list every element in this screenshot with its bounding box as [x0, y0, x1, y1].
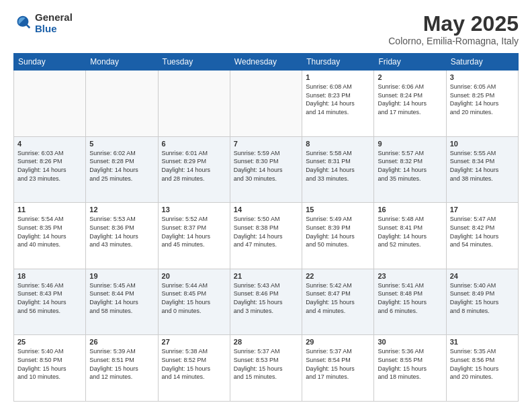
day-info: Sunrise: 6:03 AMSunset: 8:26 PMDaylight:… [17, 149, 82, 183]
calendar-cell [14, 71, 86, 137]
day-number: 29 [306, 338, 370, 346]
calendar-cell: 15Sunrise: 5:49 AMSunset: 8:39 PMDayligh… [302, 203, 374, 269]
day-info: Sunrise: 5:47 AMSunset: 8:42 PMDaylight:… [450, 215, 515, 248]
day-info: Sunrise: 5:45 AMSunset: 8:44 PMDaylight:… [89, 281, 154, 315]
day-info: Sunrise: 5:54 AMSunset: 8:35 PMDaylight:… [17, 215, 82, 248]
page: General Blue May 2025 Colorno, Emilia-Ro… [0, 0, 532, 411]
day-info: Sunrise: 5:41 AMSunset: 8:48 PMDaylight:… [378, 281, 442, 315]
day-info: Sunrise: 5:58 AMSunset: 8:31 PMDaylight:… [306, 149, 370, 183]
day-info: Sunrise: 5:53 AMSunset: 8:36 PMDaylight:… [89, 215, 154, 248]
calendar-header-saturday: Saturday [446, 54, 518, 71]
calendar-cell: 25Sunrise: 5:40 AMSunset: 8:50 PMDayligh… [14, 335, 86, 402]
title-block: May 2025 Colorno, Emilia-Romagna, Italy [388, 12, 519, 46]
logo-general-text: General [35, 12, 73, 24]
calendar-cell: 24Sunrise: 5:40 AMSunset: 8:49 PMDayligh… [446, 269, 518, 335]
calendar-header-thursday: Thursday [302, 54, 374, 71]
calendar-cell: 11Sunrise: 5:54 AMSunset: 8:35 PMDayligh… [14, 203, 86, 269]
calendar-cell: 4Sunrise: 6:03 AMSunset: 8:26 PMDaylight… [14, 136, 86, 203]
day-number: 25 [17, 338, 82, 346]
day-number: 9 [378, 140, 442, 148]
day-info: Sunrise: 5:52 AMSunset: 8:37 PMDaylight:… [162, 215, 226, 248]
calendar-header-row: SundayMondayTuesdayWednesdayThursdayFrid… [14, 54, 519, 71]
calendar-week-row: 1Sunrise: 6:08 AMSunset: 8:23 PMDaylight… [14, 71, 519, 137]
day-info: Sunrise: 5:42 AMSunset: 8:47 PMDaylight:… [306, 281, 370, 315]
day-number: 28 [234, 338, 298, 346]
calendar-cell [230, 71, 302, 137]
day-number: 15 [306, 205, 370, 214]
day-info: Sunrise: 5:57 AMSunset: 8:32 PMDaylight:… [378, 149, 442, 183]
day-info: Sunrise: 5:35 AMSunset: 8:56 PMDaylight:… [450, 347, 515, 381]
day-number: 20 [162, 272, 226, 280]
day-info: Sunrise: 5:46 AMSunset: 8:43 PMDaylight:… [17, 281, 82, 315]
calendar-cell: 6Sunrise: 6:01 AMSunset: 8:29 PMDaylight… [158, 136, 230, 203]
calendar-header-sunday: Sunday [14, 54, 86, 71]
calendar-header-tuesday: Tuesday [158, 54, 230, 71]
day-number: 4 [17, 140, 82, 148]
calendar-cell: 17Sunrise: 5:47 AMSunset: 8:42 PMDayligh… [446, 203, 518, 269]
day-info: Sunrise: 5:40 AMSunset: 8:50 PMDaylight:… [17, 347, 82, 381]
day-number: 26 [89, 338, 154, 346]
main-title: May 2025 [388, 12, 519, 36]
calendar-cell: 1Sunrise: 6:08 AMSunset: 8:23 PMDaylight… [302, 71, 374, 137]
calendar-cell: 8Sunrise: 5:58 AMSunset: 8:31 PMDaylight… [302, 136, 374, 203]
calendar-cell: 20Sunrise: 5:44 AMSunset: 8:45 PMDayligh… [158, 269, 230, 335]
day-number: 11 [17, 205, 82, 214]
day-number: 5 [89, 140, 154, 148]
logo: General Blue [13, 12, 73, 34]
calendar-cell: 12Sunrise: 5:53 AMSunset: 8:36 PMDayligh… [86, 203, 158, 269]
calendar-cell: 29Sunrise: 5:37 AMSunset: 8:54 PMDayligh… [302, 335, 374, 402]
day-info: Sunrise: 6:01 AMSunset: 8:29 PMDaylight:… [162, 149, 226, 183]
calendar-cell: 31Sunrise: 5:35 AMSunset: 8:56 PMDayligh… [446, 335, 518, 402]
day-info: Sunrise: 5:55 AMSunset: 8:34 PMDaylight:… [450, 149, 515, 183]
day-info: Sunrise: 5:36 AMSunset: 8:55 PMDaylight:… [378, 347, 442, 381]
day-info: Sunrise: 5:43 AMSunset: 8:46 PMDaylight:… [234, 281, 298, 315]
day-number: 6 [162, 140, 226, 148]
day-info: Sunrise: 5:59 AMSunset: 8:30 PMDaylight:… [234, 149, 298, 183]
day-number: 7 [234, 140, 298, 148]
calendar-cell: 10Sunrise: 5:55 AMSunset: 8:34 PMDayligh… [446, 136, 518, 203]
day-info: Sunrise: 6:05 AMSunset: 8:25 PMDaylight:… [450, 83, 515, 116]
day-info: Sunrise: 6:06 AMSunset: 8:24 PMDaylight:… [378, 83, 442, 116]
logo-blue-text: Blue [35, 24, 73, 35]
calendar-cell: 27Sunrise: 5:38 AMSunset: 8:52 PMDayligh… [158, 335, 230, 402]
calendar-cell [158, 71, 230, 137]
calendar-cell: 9Sunrise: 5:57 AMSunset: 8:32 PMDaylight… [374, 136, 446, 203]
day-info: Sunrise: 5:50 AMSunset: 8:38 PMDaylight:… [234, 215, 298, 248]
calendar-cell: 13Sunrise: 5:52 AMSunset: 8:37 PMDayligh… [158, 203, 230, 269]
day-number: 31 [450, 338, 515, 346]
day-number: 19 [89, 272, 154, 280]
calendar-cell: 23Sunrise: 5:41 AMSunset: 8:48 PMDayligh… [374, 269, 446, 335]
calendar-header-friday: Friday [374, 54, 446, 71]
calendar-cell: 30Sunrise: 5:36 AMSunset: 8:55 PMDayligh… [374, 335, 446, 402]
day-info: Sunrise: 5:38 AMSunset: 8:52 PMDaylight:… [162, 347, 226, 381]
day-number: 16 [378, 205, 442, 214]
calendar-cell: 16Sunrise: 5:48 AMSunset: 8:41 PMDayligh… [374, 203, 446, 269]
day-number: 3 [450, 73, 515, 81]
subtitle: Colorno, Emilia-Romagna, Italy [388, 36, 519, 46]
calendar-cell: 28Sunrise: 5:37 AMSunset: 8:53 PMDayligh… [230, 335, 302, 402]
day-info: Sunrise: 6:08 AMSunset: 8:23 PMDaylight:… [306, 83, 370, 116]
calendar-cell: 14Sunrise: 5:50 AMSunset: 8:38 PMDayligh… [230, 203, 302, 269]
day-info: Sunrise: 5:37 AMSunset: 8:53 PMDaylight:… [234, 347, 298, 381]
calendar-week-row: 25Sunrise: 5:40 AMSunset: 8:50 PMDayligh… [14, 335, 519, 402]
day-number: 21 [234, 272, 298, 280]
calendar-cell: 7Sunrise: 5:59 AMSunset: 8:30 PMDaylight… [230, 136, 302, 203]
calendar-cell: 3Sunrise: 6:05 AMSunset: 8:25 PMDaylight… [446, 71, 518, 137]
day-number: 12 [89, 205, 154, 214]
day-info: Sunrise: 5:39 AMSunset: 8:51 PMDaylight:… [89, 347, 154, 381]
day-info: Sunrise: 5:40 AMSunset: 8:49 PMDaylight:… [450, 281, 515, 315]
day-number: 27 [162, 338, 226, 346]
day-info: Sunrise: 5:49 AMSunset: 8:39 PMDaylight:… [306, 215, 370, 248]
logo-text: General Blue [35, 12, 73, 34]
logo-icon [13, 14, 32, 33]
day-number: 1 [306, 73, 370, 81]
calendar-cell: 22Sunrise: 5:42 AMSunset: 8:47 PMDayligh… [302, 269, 374, 335]
day-number: 14 [234, 205, 298, 214]
calendar-header-monday: Monday [86, 54, 158, 71]
calendar-cell: 19Sunrise: 5:45 AMSunset: 8:44 PMDayligh… [86, 269, 158, 335]
calendar-week-row: 4Sunrise: 6:03 AMSunset: 8:26 PMDaylight… [14, 136, 519, 203]
calendar-cell: 2Sunrise: 6:06 AMSunset: 8:24 PMDaylight… [374, 71, 446, 137]
day-number: 10 [450, 140, 515, 148]
day-info: Sunrise: 5:37 AMSunset: 8:54 PMDaylight:… [306, 347, 370, 381]
day-number: 17 [450, 205, 515, 214]
